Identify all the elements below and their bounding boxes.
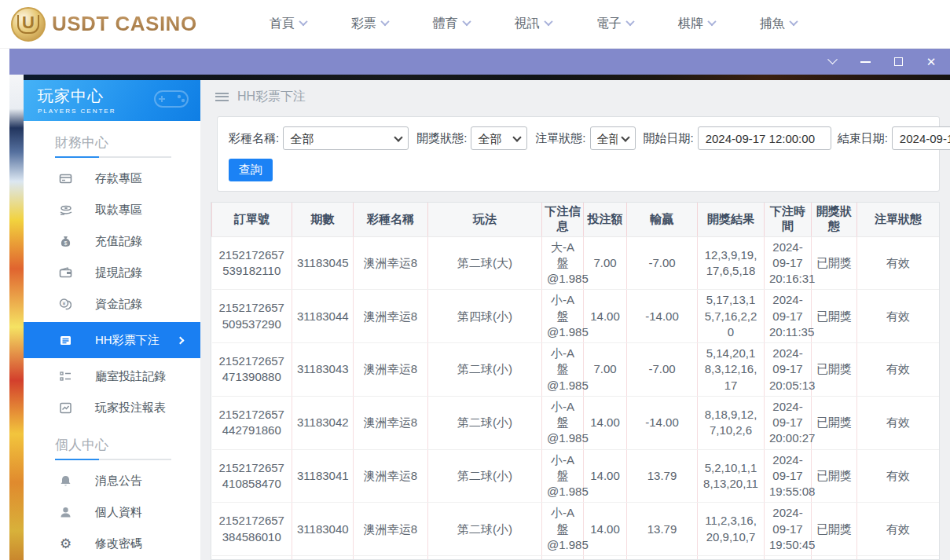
sidebar-item-change-password[interactable]: ⚙ 修改密碼 [24, 528, 200, 559]
lottery-name-select[interactable]: 全部 [283, 126, 409, 150]
cell-draw-result: 11,2,3,16,20,9,10,7 [698, 503, 765, 556]
cell-bet-time: 2024-09-17 20:00:27 [765, 396, 812, 449]
cell-play-type: 第二球(大) [428, 236, 542, 290]
nav-item[interactable]: 電子 [596, 16, 633, 32]
nav-item[interactable]: 彩票 [351, 16, 388, 32]
cell-play-type: 第二球(小) [428, 343, 542, 397]
cell-draw-result: 5,2,10,1,18,13,20,11 [698, 449, 765, 503]
sidebar-item-deposit[interactable]: 存款專區 [24, 163, 200, 194]
table-header-cell: 彩種名稱 [354, 203, 428, 236]
cell-order-status: 有效 [857, 396, 940, 449]
cell-bet-amount: 14.00 [584, 503, 627, 556]
bets-table-container: 訂單號期數彩種名稱玩法下注信息投注額輸贏開獎結果下注時間開獎狀態注單狀態 215… [211, 202, 940, 560]
cell-bet-amount: 14.00 [584, 290, 627, 343]
table-header-cell: 玩法 [428, 203, 542, 236]
nav-item-label: 電子 [596, 16, 622, 32]
table-header-cell: 訂單號 [212, 203, 292, 236]
svg-text:$: $ [64, 240, 68, 245]
site-logo[interactable]: U USDT CASINO [11, 7, 197, 42]
sidebar-item-label: 取款專區 [95, 203, 142, 218]
nav-item[interactable]: 捕魚 [760, 16, 797, 32]
person-icon [59, 506, 72, 519]
cell-draw-result: 5,17,13,15,7,16,2,20 [698, 290, 765, 343]
cell-draw-status: 已開獎 [812, 290, 857, 343]
window-body: 玩家中心 PLAYERS CENTER 財務中心 [9, 75, 950, 560]
table-header-cell: 投注額 [584, 203, 627, 236]
cell-lottery-name: 澳洲幸运8 [354, 290, 428, 343]
cell-win-loss: -14.00 [627, 290, 698, 343]
nav-item[interactable]: 體育 [433, 16, 470, 32]
cell-bet-info: 小-A盤@1.985 [542, 343, 584, 397]
cell-lottery-name: 澳洲幸运8 [354, 503, 428, 556]
cell-lottery-name: 澳洲幸运8 [354, 556, 428, 560]
start-date-input[interactable] [698, 126, 831, 150]
table-header-cell: 輸贏 [627, 203, 698, 236]
bell-icon [59, 474, 72, 488]
table-body: 2152172657539182110 31183045 澳洲幸运8 第二球(大… [212, 236, 940, 560]
start-date-label: 開始日期: [644, 131, 694, 146]
order-status-select[interactable]: 全部 [590, 126, 636, 150]
cell-bet-amount: 14.00 [584, 396, 627, 449]
order-status-label: 注單狀態: [535, 131, 585, 146]
cell-order-status: 有效 [857, 503, 940, 556]
draw-status-select[interactable]: 全部 [471, 126, 527, 150]
table-row[interactable]: 2152172657350330100 31183039 澳洲幸运8 第三球(小… [212, 556, 940, 560]
nav-item[interactable]: 棋牌 [678, 16, 715, 32]
table-header-cell: 期數 [292, 203, 354, 236]
sidebar-item-hall-bet-records[interactable]: 廳室投註記錄 [24, 361, 200, 392]
sidebar-item-announcements[interactable]: 消息公告 [24, 465, 200, 496]
moneybag-icon: $ [59, 235, 72, 248]
cell-period: 31183040 [292, 503, 354, 556]
window-dropdown-button[interactable] [826, 56, 838, 68]
sidebar-item-recharge-records[interactable]: $ 充值記錄 [24, 225, 200, 257]
table-row[interactable]: 2152172657471390880 31183043 澳洲幸运8 第二球(小… [212, 343, 940, 397]
cell-win-loss: -7.00 [627, 343, 698, 397]
cell-lottery-name: 澳洲幸运8 [354, 343, 428, 397]
nav-item-label: 棋牌 [678, 16, 703, 32]
sidebar-item-withdraw[interactable]: 取款專區 [24, 194, 200, 225]
gear-icon: ⚙ [59, 537, 72, 551]
table-row[interactable]: 2152172657539182110 31183045 澳洲幸运8 第二球(大… [212, 236, 940, 290]
window-close-button[interactable]: ✕ [925, 56, 937, 68]
cell-play-type: 第二球(小) [428, 503, 542, 556]
hamburger-icon[interactable] [215, 93, 229, 101]
search-button[interactable]: 查詢 [229, 159, 273, 181]
cell-bet-amount: 7.00 [584, 343, 627, 397]
cell-bet-amount: 7.00 [584, 236, 627, 290]
nav-item-label: 首頁 [270, 16, 295, 32]
report-chart-icon [59, 401, 72, 415]
end-date-input[interactable] [892, 126, 950, 150]
cell-order-status: 有效 [857, 449, 940, 503]
cell-order-id: 2152172657539182110 [212, 236, 292, 290]
cell-draw-result: 8,18,9,12,7,10,2,6 [698, 396, 765, 449]
table-row[interactable]: 2152172657410858470 31183041 澳洲幸运8 第二球(小… [212, 449, 940, 503]
cell-play-type: 第二球(小) [428, 396, 542, 449]
draw-status-label: 開獎狀態: [416, 131, 467, 146]
cell-win-loss: -7.00 [627, 236, 698, 290]
lottery-name-select-wrap: 全部 [283, 126, 409, 150]
section-divider [55, 156, 171, 158]
nav-item-label: 體育 [433, 16, 458, 32]
cell-period: 31183044 [292, 290, 354, 343]
nav-item[interactable]: 首頁 [270, 16, 306, 32]
page-title: HH彩票下注 [237, 89, 306, 105]
nav-item[interactable]: 視訊 [515, 16, 552, 32]
cell-bet-info: 小-A盤@1.985 [542, 556, 584, 560]
cell-bet-info: 小-A盤@1.985 [542, 396, 584, 449]
sidebar-item-withdrawal-records[interactable]: 提現記錄 [24, 257, 200, 288]
table-row[interactable]: 2152172657442791860 31183042 澳洲幸运8 第二球(小… [212, 396, 940, 449]
sidebar-item-label: 資金記錄 [95, 297, 142, 312]
window-minimize-button[interactable] [859, 56, 871, 68]
cell-bet-info: 小-A盤@1.985 [542, 290, 584, 343]
sidebar: 玩家中心 PLAYERS CENTER 財務中心 [24, 80, 200, 560]
sidebar-item-hh-lottery-bets[interactable]: HH彩票下注 [24, 322, 200, 358]
nav-item-label: 彩票 [351, 16, 376, 32]
table-row[interactable]: 2152172657509537290 31183044 澳洲幸运8 第四球(小… [212, 290, 940, 343]
sidebar-item-funds-records[interactable]: ¥ 資金記錄 [24, 288, 200, 320]
table-row[interactable]: 2152172657384586010 31183040 澳洲幸运8 第二球(小… [212, 503, 940, 556]
sidebar-item-label: 充值記錄 [95, 234, 142, 249]
sidebar-header: 玩家中心 PLAYERS CENTER [24, 80, 200, 121]
window-maximize-button[interactable] [892, 56, 904, 68]
sidebar-item-profile[interactable]: 個人資料 [24, 496, 200, 528]
sidebar-item-player-bet-report[interactable]: 玩家投注報表 [24, 392, 200, 423]
